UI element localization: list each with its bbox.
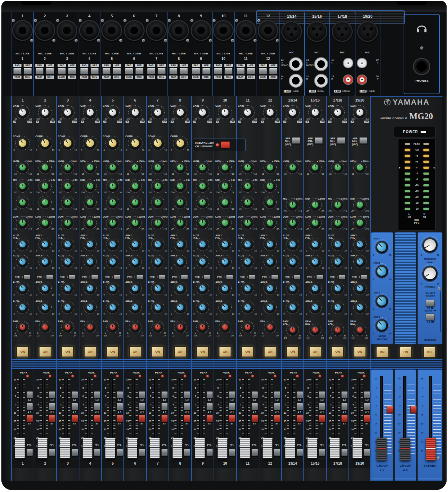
- eq-mid-gain-knob[interactable]: [265, 197, 275, 207]
- aux2-knob[interactable]: [63, 257, 72, 266]
- fader-handle[interactable]: [105, 438, 115, 458]
- pan-knob[interactable]: [108, 323, 117, 332]
- gain-knob[interactable]: [310, 107, 320, 117]
- eq-mid-freq-knob[interactable]: [265, 181, 275, 191]
- assign-1-2-button[interactable]: [296, 391, 303, 398]
- aux2-knob[interactable]: [220, 257, 230, 266]
- eq-mid-gain-knob[interactable]: [198, 197, 207, 207]
- on-button[interactable]: ON: [241, 346, 254, 357]
- aux1-knob[interactable]: [63, 239, 72, 249]
- gain-knob[interactable]: [107, 107, 118, 117]
- aux1-knob[interactable]: [310, 239, 320, 249]
- pad-button[interactable]: [35, 68, 44, 74]
- gain-knob[interactable]: [17, 107, 28, 117]
- eq-mid-knob[interactable]: [333, 200, 343, 210]
- aux3-knob[interactable]: [18, 283, 27, 293]
- pad-button[interactable]: [236, 68, 245, 74]
- fader-handle[interactable]: [150, 438, 160, 458]
- hpf-mic-button[interactable]: [337, 137, 345, 144]
- eq-mid-gain-knob[interactable]: [108, 197, 118, 207]
- assign-1-2-button[interactable]: [274, 391, 281, 398]
- eq-high-knob[interactable]: [355, 162, 365, 172]
- pfl-button[interactable]: [117, 449, 123, 456]
- pan-knob[interactable]: [41, 323, 50, 332]
- on-button[interactable]: ON: [84, 346, 96, 357]
- assign-st-button[interactable]: [206, 415, 213, 422]
- assign-3-4-button[interactable]: [274, 403, 281, 410]
- pre-button[interactable]: [294, 275, 301, 280]
- pre-button[interactable]: [204, 275, 210, 280]
- eq-high-knob[interactable]: [175, 162, 185, 172]
- pan-knob[interactable]: [355, 325, 364, 334]
- comp-knob[interactable]: [107, 138, 118, 149]
- aux1-knob[interactable]: [243, 239, 252, 249]
- pfl-button[interactable]: [319, 449, 325, 456]
- gain-knob[interactable]: [175, 107, 186, 117]
- aux3-knob[interactable]: [85, 283, 95, 293]
- aux2-knob[interactable]: [198, 257, 207, 266]
- pan-knob[interactable]: [63, 323, 72, 332]
- pfl-button[interactable]: [251, 449, 258, 456]
- gain-knob[interactable]: [85, 107, 95, 117]
- eq-high-knob[interactable]: [153, 162, 163, 172]
- eq-high-knob[interactable]: [333, 162, 343, 172]
- assign-st-button[interactable]: [296, 415, 303, 422]
- aux1-knob[interactable]: [265, 239, 275, 249]
- aux4-knob[interactable]: [355, 302, 365, 312]
- aux4-knob[interactable]: [130, 302, 140, 312]
- hpf-button[interactable]: [24, 68, 32, 74]
- aux4-knob[interactable]: [220, 302, 230, 312]
- aux4-knob[interactable]: [175, 302, 185, 312]
- pre-button[interactable]: [46, 275, 53, 280]
- fader-handle[interactable]: [240, 438, 250, 458]
- eq-mid-gain-knob[interactable]: [243, 197, 252, 207]
- assign-st-button[interactable]: [139, 415, 145, 422]
- aux2-knob[interactable]: [153, 257, 163, 266]
- aux3-knob[interactable]: [355, 283, 365, 293]
- hpf-button[interactable]: [113, 68, 121, 74]
- aux4-knob[interactable]: [310, 302, 320, 312]
- aux1-knob[interactable]: [130, 239, 140, 249]
- assign-3-4-button[interactable]: [71, 403, 78, 410]
- aux2-knob[interactable]: [40, 257, 50, 266]
- assign-3-4-button[interactable]: [184, 403, 190, 410]
- aux1-knob[interactable]: [220, 239, 230, 249]
- comp-knob[interactable]: [130, 138, 141, 149]
- assign-st-button[interactable]: [229, 415, 235, 422]
- assign-1-2-button[interactable]: [341, 391, 348, 398]
- assign-1-2-button[interactable]: [94, 391, 101, 398]
- pad-button[interactable]: [58, 68, 66, 74]
- aux3-knob[interactable]: [220, 283, 230, 293]
- aux3-knob[interactable]: [288, 283, 298, 293]
- aux3-knob[interactable]: [108, 283, 118, 293]
- aux2-knob[interactable]: [243, 257, 252, 266]
- eq-mid-gain-knob[interactable]: [175, 197, 185, 207]
- on-button[interactable]: ON: [286, 346, 299, 357]
- gain-knob[interactable]: [355, 107, 365, 117]
- assign-st-button[interactable]: [184, 415, 190, 422]
- fader-handle[interactable]: [285, 438, 295, 458]
- assign-st-button[interactable]: [251, 415, 258, 422]
- source-select-button-1[interactable]: [426, 300, 435, 306]
- eq-low-knob[interactable]: [175, 218, 185, 228]
- hpf-mic-button[interactable]: [359, 137, 368, 144]
- assign-1-2-button[interactable]: [26, 391, 33, 398]
- pre-button[interactable]: [136, 275, 143, 280]
- fader-handle[interactable]: [352, 438, 362, 458]
- source-select-button-2[interactable]: [426, 314, 435, 320]
- on-button[interactable]: ON: [196, 346, 209, 357]
- master-on-button-3[interactable]: ON: [423, 346, 436, 358]
- comp-knob[interactable]: [62, 138, 73, 149]
- hpf-button[interactable]: [269, 68, 277, 74]
- eq-high-knob[interactable]: [220, 162, 230, 172]
- assign-3-4-button[interactable]: [296, 403, 303, 410]
- aux2-knob[interactable]: [265, 257, 275, 266]
- eq-low-knob[interactable]: [18, 218, 27, 228]
- pfl-button[interactable]: [274, 449, 281, 456]
- assign-3-4-button[interactable]: [139, 403, 145, 410]
- aux4-knob[interactable]: [108, 302, 118, 312]
- aux1-knob[interactable]: [288, 239, 298, 249]
- aux2-knob[interactable]: [310, 257, 320, 266]
- assign-st-button[interactable]: [274, 415, 281, 422]
- aux4-knob[interactable]: [333, 302, 343, 312]
